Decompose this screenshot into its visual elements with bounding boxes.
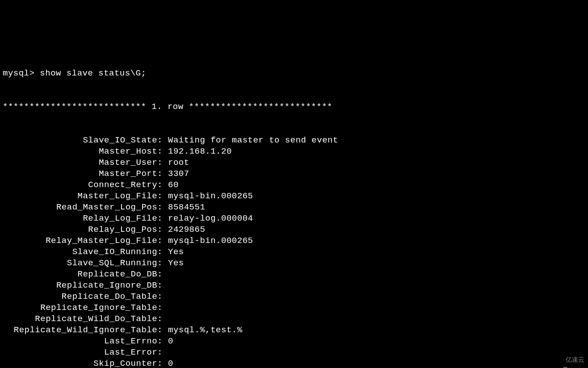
field-name: Master_Port: <box>3 168 163 180</box>
field-value <box>163 302 168 314</box>
field-value: mysql-bin.000265 <box>163 235 253 247</box>
status-row: Relay_Log_File:relay-log.000004 <box>3 213 585 224</box>
field-name: Replicate_Do_Table: <box>3 291 163 302</box>
status-row: Relay_Master_Log_File:mysql-bin.000265 <box>3 235 585 247</box>
status-row: Last_Errno:0 <box>3 336 585 347</box>
field-value: mysql.%,test.% <box>163 325 243 336</box>
status-row: Master_Log_File:mysql-bin.000265 <box>3 191 585 202</box>
status-row: Master_User:root <box>3 157 585 168</box>
status-row: Master_Host:192.168.1.20 <box>3 146 585 157</box>
field-value: Yes <box>163 247 184 258</box>
status-row: Replicate_Ignore_DB: <box>3 280 585 291</box>
status-row: Replicate_Wild_Ignore_Table:mysql.%,test… <box>3 325 585 336</box>
separator-left: *************************** <box>3 101 151 113</box>
field-name: Connect_Retry: <box>3 180 163 191</box>
field-value: 0 <box>163 336 173 347</box>
status-row: Last_Error: <box>3 347 585 358</box>
field-name: Master_Host: <box>3 146 163 157</box>
row-separator: *************************** 1. row *****… <box>3 101 585 113</box>
field-name: Replicate_Do_DB: <box>3 269 163 280</box>
status-row: Read_Master_Log_Pos:8584551 <box>3 202 585 213</box>
field-name: Slave_IO_Running: <box>3 247 163 258</box>
watermark-text: 亿速云 <box>566 354 584 365</box>
status-row: Replicate_Wild_Do_Table: <box>3 314 585 325</box>
field-value <box>163 347 168 358</box>
field-value <box>163 291 168 302</box>
field-value <box>163 314 168 325</box>
status-fields: Slave_IO_State:Waiting for master to sen… <box>3 135 585 368</box>
status-row: Slave_IO_Running:Yes <box>3 247 585 258</box>
status-row: Master_Port:3307 <box>3 168 585 180</box>
separator-right: *************************** <box>184 101 332 113</box>
status-row: Slave_SQL_Running:Yes <box>3 258 585 269</box>
status-row: Relay_Log_Pos:2429865 <box>3 224 585 235</box>
field-value: Yes <box>163 258 184 269</box>
command-line: mysql> show slave status\G; <box>3 68 585 79</box>
field-name: Relay_Log_Pos: <box>3 224 163 235</box>
status-row: Replicate_Ignore_Table: <box>3 302 585 314</box>
field-name: Replicate_Ignore_DB: <box>3 280 163 291</box>
status-row: Slave_IO_State:Waiting for master to sen… <box>3 135 585 146</box>
field-name: Replicate_Ignore_Table: <box>3 302 163 314</box>
field-name: Master_User: <box>3 157 163 168</box>
watermark: 亿速云 <box>551 354 584 365</box>
field-name: Slave_SQL_Running: <box>3 258 163 269</box>
field-name: Relay_Log_File: <box>3 213 163 224</box>
field-value: 8584551 <box>163 202 205 213</box>
field-name: Replicate_Wild_Ignore_Table: <box>3 325 163 336</box>
field-name: Skip_Counter: <box>3 358 163 368</box>
field-value <box>163 269 168 280</box>
field-name: Last_Error: <box>3 347 163 358</box>
status-row: Connect_Retry:60 <box>3 180 585 191</box>
field-name: Master_Log_File: <box>3 191 163 202</box>
status-row: Skip_Counter:0 <box>3 358 585 368</box>
field-value: 0 <box>163 358 173 368</box>
field-name: Relay_Master_Log_File: <box>3 235 163 247</box>
field-value: relay-log.000004 <box>163 213 253 224</box>
cloud-icon <box>551 355 564 364</box>
separator-mid: 1. row <box>151 101 183 113</box>
field-value: mysql-bin.000265 <box>163 191 253 202</box>
field-value: 3307 <box>163 168 189 180</box>
field-name: Last_Errno: <box>3 336 163 347</box>
field-value: Waiting for master to send event <box>163 135 338 146</box>
field-name: Read_Master_Log_Pos: <box>3 202 163 213</box>
mysql-prompt: mysql> <box>3 68 40 79</box>
field-value: 60 <box>163 180 179 191</box>
field-value: root <box>163 157 189 168</box>
sql-command: show slave status\G; <box>40 68 146 79</box>
field-name: Replicate_Wild_Do_Table: <box>3 314 163 325</box>
field-value: 2429865 <box>163 224 205 235</box>
status-row: Replicate_Do_Table: <box>3 291 585 302</box>
status-row: Replicate_Do_DB: <box>3 269 585 280</box>
field-name: Slave_IO_State: <box>3 135 163 146</box>
field-value: 192.168.1.20 <box>163 146 232 157</box>
terminal-output[interactable]: mysql> show slave status\G; ************… <box>3 46 585 368</box>
field-value <box>163 280 168 291</box>
